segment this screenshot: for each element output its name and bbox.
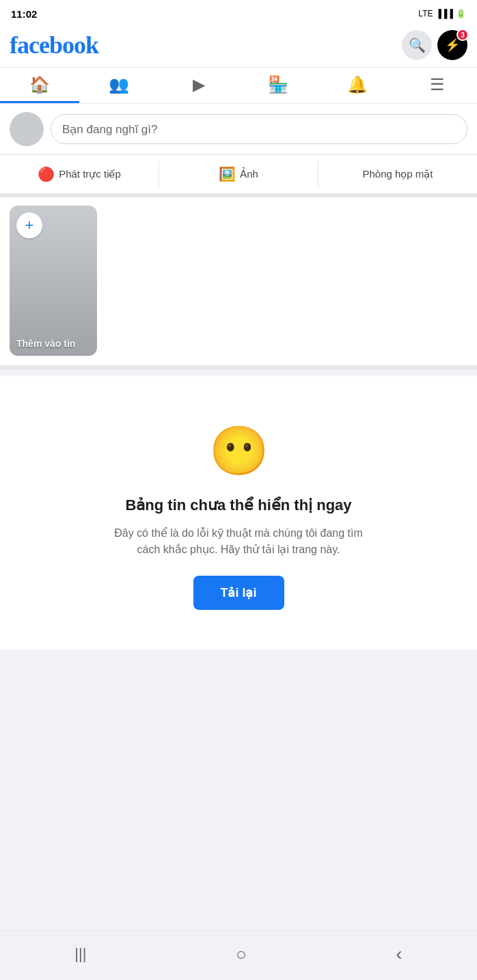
reload-button[interactable]: Tải lại: [193, 576, 284, 610]
nav-tabs: 🏠 👥 ▶ 🏪 🔔 ☰: [0, 68, 477, 104]
recent-apps-icon: |||: [74, 945, 86, 962]
tab-menu[interactable]: ☰: [398, 68, 477, 103]
header-actions: 🔍 ⚡ 3: [402, 30, 467, 60]
photo-button[interactable]: 🖼️ Ảnh: [159, 160, 318, 188]
messenger-button[interactable]: ⚡ 3: [437, 30, 467, 60]
photo-label: Ảnh: [240, 168, 258, 180]
live-label: Phát trực tiếp: [59, 168, 121, 180]
error-description: Đây có thể là do lỗi kỹ thuật mà chúng t…: [102, 525, 375, 558]
search-icon: 🔍: [409, 37, 426, 53]
home-hardware-icon: ○: [236, 944, 247, 964]
tab-friends[interactable]: 👥: [79, 68, 159, 103]
room-label: Phòng họp mặt: [362, 168, 433, 180]
post-placeholder: Bạn đang nghĩ gì?: [62, 122, 158, 137]
back-icon: ‹: [396, 943, 402, 964]
messenger-icon: ⚡: [445, 38, 460, 53]
marketplace-icon: 🏪: [268, 75, 288, 94]
menu-icon: ☰: [430, 75, 445, 94]
status-icons: LTE ▐▐▐ 🔋: [418, 9, 466, 18]
live-icon: 🔴: [38, 166, 55, 182]
header: facebook 🔍 ⚡ 3: [0, 25, 477, 68]
back-button[interactable]: ‹: [385, 940, 413, 968]
tab-notifications[interactable]: 🔔: [318, 68, 397, 103]
tab-marketplace[interactable]: 🏪: [238, 68, 318, 103]
error-section: 😶 Bảng tin chưa thể hiển thị ngay Đây có…: [0, 376, 477, 649]
signal-icon: ▐▐▐: [435, 9, 453, 18]
error-title: Bảng tin chưa thể hiển thị ngay: [125, 496, 351, 514]
notifications-icon: 🔔: [347, 75, 368, 94]
battery-icon: 🔋: [456, 9, 466, 18]
post-input[interactable]: Bạn đang nghĩ gì?: [51, 114, 467, 144]
room-button[interactable]: Phòng họp mặt: [318, 163, 477, 186]
live-button[interactable]: 🔴 Phát trực tiếp: [0, 160, 159, 188]
tab-home[interactable]: 🏠: [0, 68, 79, 103]
bottom-bar: ||| ○ ‹: [0, 930, 477, 980]
user-avatar: [10, 112, 44, 146]
post-actions: 🔴 Phát trực tiếp 🖼️ Ảnh Phòng họp mặt: [0, 155, 477, 197]
add-story-label: Thêm vào tin: [16, 338, 90, 349]
home-button[interactable]: ○: [225, 941, 258, 968]
search-button[interactable]: 🔍: [402, 30, 432, 60]
add-story-card[interactable]: + Thêm vào tin: [10, 206, 97, 356]
add-story-button[interactable]: +: [16, 212, 42, 238]
status-time: 11:02: [11, 8, 37, 20]
friends-icon: 👥: [109, 75, 129, 94]
stories-container: + Thêm vào tin: [10, 206, 467, 356]
tab-watch[interactable]: ▶: [159, 68, 238, 103]
post-box-section: Bạn đang nghĩ gì?: [0, 104, 477, 155]
photo-icon: 🖼️: [219, 166, 236, 182]
facebook-logo: facebook: [10, 31, 98, 59]
messenger-badge: 3: [456, 29, 469, 41]
stories-section: + Thêm vào tin: [0, 197, 477, 369]
recent-apps-button[interactable]: |||: [64, 942, 97, 966]
error-illustration: 😶: [209, 423, 269, 479]
home-icon: 🏠: [29, 75, 50, 94]
watch-icon: ▶: [193, 75, 205, 94]
status-bar: 11:02 LTE ▐▐▐ 🔋: [0, 0, 477, 25]
lte-icon: LTE: [418, 9, 433, 18]
